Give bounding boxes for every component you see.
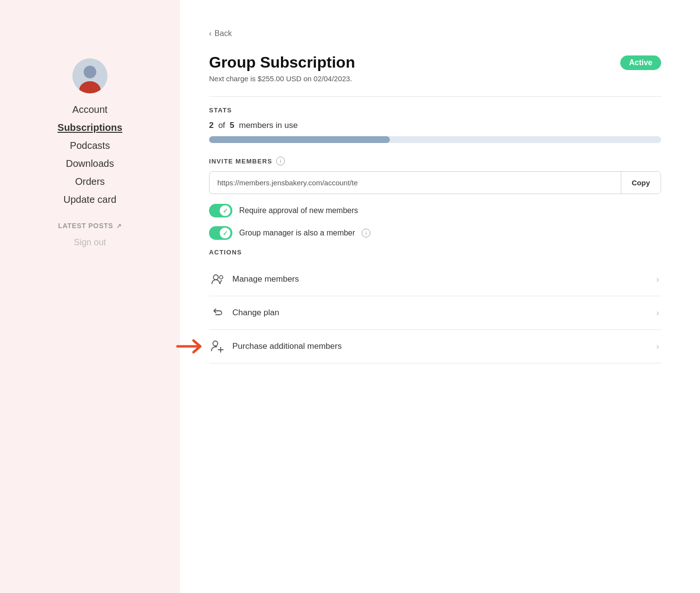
actions-section: ACTIONS Manage members ›: [209, 249, 661, 363]
change-plan-action[interactable]: Change plan ›: [209, 296, 661, 330]
manage-members-chevron-right: ›: [656, 274, 659, 285]
page-header: Group Subscription Active: [209, 54, 661, 72]
divider: [209, 96, 661, 97]
sidebar-item-subscriptions[interactable]: Subscriptions: [57, 120, 122, 135]
svg-point-1: [84, 66, 96, 78]
progress-bar-fill: [209, 136, 390, 143]
invite-label-row: INVITE MEMBERS i: [209, 157, 661, 165]
stats-used: 2: [209, 121, 213, 130]
stats-total: 5: [230, 121, 234, 130]
sidebar: Account Subscriptions Podcasts Downloads…: [0, 0, 180, 593]
purchase-members-icon: [211, 340, 225, 353]
toggle-knob: ✓: [220, 205, 230, 216]
group-manager-label: Group manager is also a member: [239, 229, 355, 237]
external-link-icon: ↗: [116, 222, 122, 230]
toggle-check-icon-2: ✓: [223, 230, 228, 237]
sidebar-item-account[interactable]: Account: [72, 102, 107, 117]
progress-bar: [209, 136, 661, 143]
latest-posts-label[interactable]: LATEST POSTS ↗: [58, 222, 122, 230]
purchase-members-chevron-right: ›: [656, 341, 659, 352]
copy-button[interactable]: Copy: [621, 172, 661, 194]
page-title: Group Subscription: [209, 54, 355, 72]
invite-section: INVITE MEMBERS i Copy: [209, 157, 661, 194]
stats-description: members in use: [239, 121, 298, 130]
group-manager-row: ✓ Group manager is also a member i: [209, 226, 661, 240]
toggle-knob-2: ✓: [220, 228, 230, 238]
sidebar-item-update-card[interactable]: Update card: [64, 192, 117, 207]
sidebar-item-downloads[interactable]: Downloads: [66, 156, 114, 171]
chevron-left-icon: ‹: [209, 29, 211, 38]
change-plan-label: Change plan: [232, 308, 279, 318]
require-approval-row: ✓ Require approval of new members: [209, 204, 661, 217]
stats-text: 2 of 5 members in use: [209, 121, 661, 130]
group-manager-info-icon[interactable]: i: [362, 229, 370, 237]
sign-out-link[interactable]: Sign out: [74, 237, 106, 248]
svg-point-3: [213, 275, 218, 280]
svg-point-5: [213, 341, 218, 346]
invite-section-label: INVITE MEMBERS: [209, 158, 272, 165]
avatar: [72, 58, 107, 93]
sidebar-item-orders[interactable]: Orders: [75, 174, 105, 189]
invite-url-input[interactable]: [210, 172, 621, 194]
group-manager-toggle[interactable]: ✓: [209, 226, 232, 240]
require-approval-toggle[interactable]: ✓: [209, 204, 232, 217]
manage-members-icon: [211, 272, 225, 286]
status-badge: Active: [620, 55, 661, 70]
change-plan-chevron-right: ›: [656, 308, 659, 318]
require-approval-label: Require approval of new members: [239, 206, 358, 215]
svg-point-4: [220, 276, 223, 279]
sidebar-nav: Account Subscriptions Podcasts Downloads…: [0, 102, 180, 248]
back-button[interactable]: ‹ Back: [209, 29, 661, 38]
purchase-members-action[interactable]: Purchase additional members ›: [209, 330, 661, 363]
invite-info-icon[interactable]: i: [276, 157, 285, 165]
back-label: Back: [214, 29, 232, 38]
toggle-check-icon: ✓: [223, 207, 228, 215]
change-plan-icon: [211, 306, 225, 320]
stats-section-label: STATS: [209, 107, 661, 114]
sidebar-item-podcasts[interactable]: Podcasts: [70, 138, 110, 153]
manage-members-label: Manage members: [232, 274, 299, 284]
next-charge-text: Next charge is $255.00 USD on 02/04/2023…: [209, 74, 661, 83]
arrow-indicator: [175, 337, 204, 356]
invite-url-row: Copy: [209, 171, 661, 194]
main-content: ‹ Back Group Subscription Active Next ch…: [180, 0, 700, 593]
actions-section-label: ACTIONS: [209, 249, 661, 256]
purchase-members-label: Purchase additional members: [232, 341, 342, 351]
manage-members-action[interactable]: Manage members ›: [209, 263, 661, 296]
